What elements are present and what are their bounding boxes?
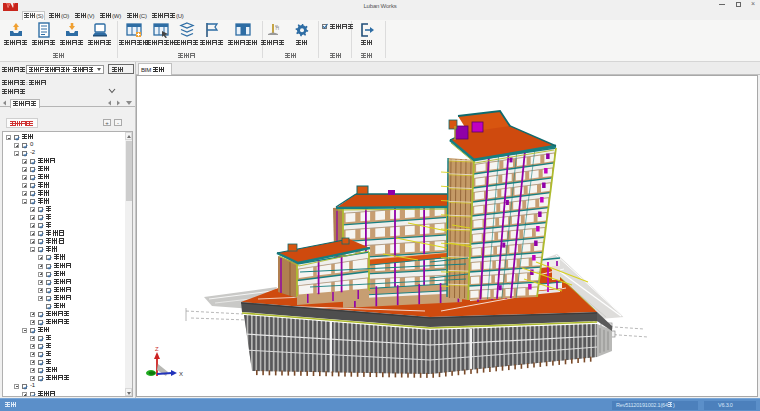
svg-text:X: X	[179, 371, 183, 377]
svg-text:Z: Z	[155, 346, 159, 352]
